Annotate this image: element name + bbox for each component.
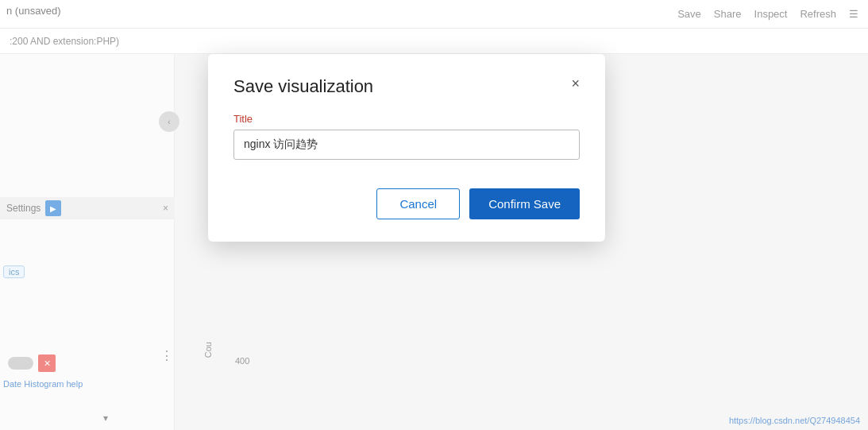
modal-close-button[interactable]: × xyxy=(571,76,580,91)
title-input[interactable] xyxy=(233,130,580,160)
save-visualization-dialog: Save visualization × Title Cancel Confir… xyxy=(208,54,605,242)
modal-header: Save visualization × xyxy=(233,76,580,97)
confirm-save-button[interactable]: Confirm Save xyxy=(469,188,580,219)
modal-actions: Cancel Confirm Save xyxy=(233,188,580,219)
cancel-button[interactable]: Cancel xyxy=(376,188,460,219)
modal-title: Save visualization xyxy=(233,76,373,97)
title-field-label: Title xyxy=(233,113,580,125)
title-field-group: Title xyxy=(233,113,580,160)
